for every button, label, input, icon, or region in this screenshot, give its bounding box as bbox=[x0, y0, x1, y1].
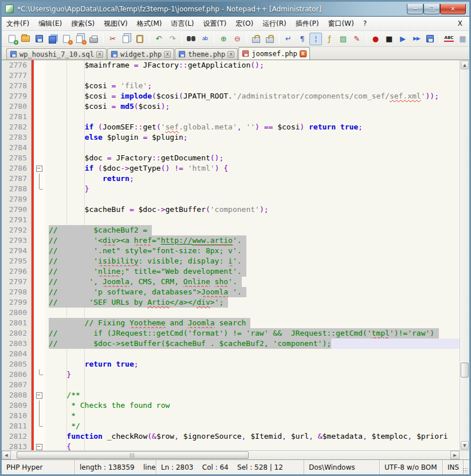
code-line[interactable]: } bbox=[49, 184, 460, 194]
code-line[interactable]: // $doc->setBuffer($cacheBuf . $cacheBuf… bbox=[49, 339, 460, 349]
tab-close-icon[interactable]: x bbox=[96, 51, 103, 58]
code-line[interactable] bbox=[49, 143, 460, 153]
horizontal-scroll-track[interactable] bbox=[11, 451, 450, 459]
find-icon[interactable] bbox=[185, 33, 198, 45]
code-line[interactable] bbox=[49, 215, 460, 225]
document-switcher-icon[interactable]: ▦ bbox=[456, 33, 469, 45]
menu-item-9[interactable]: 插件(P) bbox=[291, 17, 324, 30]
code-line[interactable]: // Fixing Yootheme and Joomla search bbox=[49, 318, 460, 328]
tab-close-icon[interactable]: x bbox=[227, 51, 234, 58]
close-button[interactable]: ✕ bbox=[440, 4, 466, 14]
zoom-in-icon[interactable]: ⊕ bbox=[217, 33, 230, 45]
code-line[interactable]: // ', Joomla, CMS, CRM, Online sho'. bbox=[49, 277, 460, 287]
cut-icon[interactable]: ✂ bbox=[107, 33, 119, 45]
code-line[interactable]: } bbox=[49, 369, 460, 380]
titlebar[interactable]: *C:\Users\guo\AppData\Local\Temp\fz3temp… bbox=[2, 2, 469, 17]
fold-collapse-box[interactable] bbox=[34, 390, 45, 400]
new-file-icon[interactable]: + bbox=[6, 33, 18, 45]
code-line[interactable] bbox=[49, 349, 460, 359]
code-line[interactable]: function _checkRow(&$row, $ignoreSource,… bbox=[49, 431, 460, 442]
horizontal-scrollbar[interactable]: ◀ ▶ bbox=[2, 450, 469, 459]
code-line[interactable]: */ bbox=[49, 421, 460, 431]
undo-icon[interactable]: ↶ bbox=[152, 33, 165, 45]
copy-icon[interactable] bbox=[120, 33, 133, 45]
menu-item-2[interactable]: 搜索(S) bbox=[66, 17, 99, 30]
menu-item-5[interactable]: 语言(L) bbox=[167, 17, 199, 30]
save-macro-icon[interactable] bbox=[424, 33, 437, 45]
menu-item-0[interactable]: 文件(F) bbox=[2, 17, 34, 30]
minimize-button[interactable]: ─ bbox=[407, 4, 423, 14]
scroll-right-arrow[interactable]: ▶ bbox=[450, 451, 460, 459]
vertical-scroll-thumb[interactable] bbox=[461, 363, 469, 377]
close-icon[interactable]: - bbox=[60, 33, 73, 45]
code-line[interactable]: // $cacheBuf2 = bbox=[49, 225, 460, 235]
indent-guide-icon[interactable]: ¦ bbox=[309, 33, 322, 45]
code-line[interactable]: // '.net" style="font-size: 8px; v'. bbox=[49, 246, 460, 256]
menu-item-1[interactable]: 编辑(E) bbox=[34, 17, 66, 30]
menubar-close-icon[interactable]: X bbox=[451, 18, 469, 29]
record-macro-icon[interactable]: ● bbox=[370, 33, 382, 45]
spell-check-icon[interactable]: ABC bbox=[443, 33, 456, 45]
tab-close-icon[interactable]: x bbox=[164, 51, 171, 58]
tab-joomsef.php[interactable]: joomsef.phpx bbox=[238, 47, 309, 60]
run-macro-multiple-icon[interactable]: ▶▶ bbox=[410, 33, 423, 45]
scroll-left-arrow[interactable]: ◀ bbox=[2, 451, 11, 459]
redo-icon[interactable]: ↷ bbox=[166, 33, 179, 45]
code-line[interactable]: if ($doc->getType() != 'html') { bbox=[49, 163, 460, 174]
code-line[interactable]: { bbox=[49, 442, 460, 450]
vertical-scrollbar[interactable]: ▲ ▼ bbox=[460, 60, 469, 450]
tab-theme.php[interactable]: theme.phpx bbox=[175, 48, 238, 60]
monitor-icon[interactable]: ✎ bbox=[351, 33, 363, 45]
tab-close-icon[interactable]: x bbox=[300, 50, 307, 57]
code-line[interactable]: // '<div><a href="http://www.artio'. bbox=[49, 235, 460, 246]
menu-item-8[interactable]: 运行(R) bbox=[258, 17, 291, 30]
code-line[interactable]: if (JoomSEF::get('sef.global.meta', '') … bbox=[49, 122, 460, 132]
code-line[interactable]: // 'nline;" title="Web development'. bbox=[49, 266, 460, 277]
code-line[interactable]: else $plugin = $plugin; bbox=[49, 132, 460, 143]
paste-icon[interactable] bbox=[134, 33, 146, 45]
tab-wp_houshi_7_10.sql[interactable]: wp_houshi_7_10.sqlx bbox=[6, 48, 107, 60]
code-line[interactable] bbox=[49, 380, 460, 390]
code-line[interactable]: // 'SEF URLs by Artio</a></div>'; bbox=[49, 297, 460, 308]
open-file-icon[interactable] bbox=[19, 33, 32, 45]
code-line[interactable] bbox=[49, 112, 460, 122]
menu-item-3[interactable]: 视图(V) bbox=[99, 17, 132, 30]
save-all-icon[interactable] bbox=[46, 33, 59, 45]
scroll-up-arrow[interactable]: ▲ bbox=[461, 61, 469, 69]
code-line[interactable]: return true; bbox=[49, 359, 460, 369]
menu-item-11[interactable]: ? bbox=[359, 18, 371, 29]
zoom-out-icon[interactable]: ⊖ bbox=[231, 33, 244, 45]
close-all-icon[interactable]: - bbox=[74, 33, 87, 45]
menu-item-10[interactable]: 窗口(W) bbox=[323, 17, 358, 30]
menu-item-4[interactable]: 格式(M) bbox=[132, 17, 167, 30]
code-line[interactable] bbox=[49, 70, 460, 81]
code-line[interactable]: // 'isibility: visible; display: i'. bbox=[49, 256, 460, 266]
code-line[interactable] bbox=[49, 308, 460, 318]
resize-grip[interactable] bbox=[464, 460, 469, 474]
fold-collapse-box[interactable] bbox=[34, 163, 45, 174]
code-line[interactable]: /** bbox=[49, 390, 460, 400]
print-icon[interactable] bbox=[88, 33, 100, 45]
code-line[interactable] bbox=[49, 194, 460, 204]
save-icon[interactable] bbox=[33, 33, 46, 45]
menu-item-7[interactable]: 宏(O) bbox=[231, 17, 258, 30]
code-line[interactable]: $cosi = implode($cosi(JPATH_ROOT.'/admin… bbox=[49, 91, 460, 101]
code-line[interactable]: $doc = JFactory::getDocument(); bbox=[49, 153, 460, 163]
code-line[interactable]: * Checks the found row bbox=[49, 400, 460, 411]
code-line[interactable]: $cacheBuf = $doc->getBuffer('component')… bbox=[49, 204, 460, 215]
show-all-characters-icon[interactable]: ¶ bbox=[296, 33, 308, 45]
code-area[interactable]: $mainframe = JFactory::getApplication();… bbox=[45, 60, 460, 450]
code-line[interactable]: return; bbox=[49, 174, 460, 184]
code-line[interactable]: $mainframe = JFactory::getApplication(); bbox=[49, 60, 460, 70]
sync-vertical-icon[interactable] bbox=[250, 33, 262, 45]
menu-item-6[interactable]: 设置(T) bbox=[199, 17, 231, 30]
word-wrap-icon[interactable]: ↵ bbox=[282, 33, 295, 45]
stop-macro-icon[interactable]: ■ bbox=[383, 33, 395, 45]
replace-icon[interactable]: ab bbox=[199, 33, 211, 45]
tab-widget.php[interactable]: widget.phpx bbox=[107, 48, 174, 60]
fold-collapse-box[interactable] bbox=[34, 442, 45, 450]
code-line[interactable]: $cosi = 'file'; bbox=[49, 81, 460, 91]
code-line[interactable]: * bbox=[49, 411, 460, 421]
scroll-down-arrow[interactable]: ▼ bbox=[461, 441, 469, 450]
document-map-icon[interactable]: ▨ bbox=[337, 33, 350, 45]
